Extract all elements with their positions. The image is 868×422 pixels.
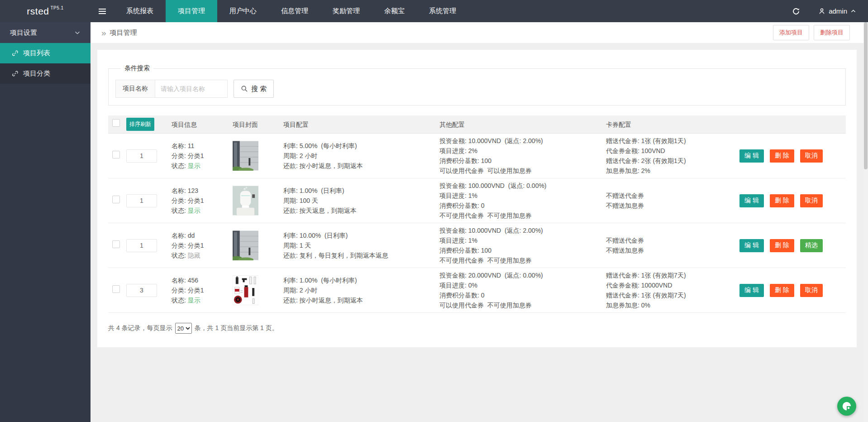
project-name: 名称: 11 (172, 141, 233, 151)
username: admin (829, 7, 847, 15)
project-category: 分类: 分类1 (172, 196, 233, 206)
menu-toggle-icon[interactable] (91, 0, 114, 22)
cancel-button[interactable]: 取消 (800, 284, 823, 297)
table-row: 名称: dd 分类: 分类1 状态: 隐藏 利率: 10.00% (108, 223, 846, 268)
project-cover-image (233, 275, 258, 305)
header-other-config: 其他配置 (439, 120, 606, 129)
project-cover-image (233, 186, 258, 216)
vertical-scrollbar (863, 22, 868, 422)
app-logo-version: TP5.1 (51, 5, 64, 10)
link-icon (12, 50, 19, 57)
main-content: » 项目管理 添加项目 删除项目 条件搜索 项目名称 搜 索 排序刷新 (91, 22, 868, 422)
top-bar: rsted TP5.1 系统报表 项目管理 用户中心 信息管理 奖励管理 余额宝… (0, 0, 868, 22)
table-header-row: 排序刷新 项目信息 项目封面 项目配置 其他配置 卡券配置 (108, 115, 846, 134)
edit-button[interactable]: 编 辑 (739, 239, 764, 252)
delete-button[interactable]: 删 除 (770, 194, 794, 207)
nav-item-system[interactable]: 系统管理 (417, 0, 468, 22)
user-menu[interactable]: admin (818, 7, 856, 15)
edit-button[interactable]: 编 辑 (739, 284, 764, 297)
status-badge: 显示 (188, 162, 200, 169)
table-row: 名称: 123 分类: 分类1 状态: 显示 (108, 178, 846, 223)
sort-input[interactable] (126, 239, 157, 252)
service-icon (841, 400, 853, 412)
sidebar-group-project-settings[interactable]: 项目设置 (0, 22, 91, 43)
project-list-panel: 条件搜索 项目名称 搜 索 排序刷新 项目信息 项目封面 项目配置 其他配置 卡… (97, 50, 857, 347)
project-category: 分类: 分类1 (172, 240, 233, 250)
search-fieldset: 条件搜索 项目名称 搜 索 (108, 64, 846, 106)
row-checkbox[interactable] (112, 285, 120, 293)
table-row: 名称: 11 分类: 分类1 状态: 显示 利率: 5.00% ( (108, 134, 846, 178)
status-badge: 隐藏 (188, 252, 200, 259)
search-button[interactable]: 搜 索 (234, 80, 274, 98)
delete-button[interactable]: 删 除 (770, 284, 794, 297)
header-project-cover: 项目封面 (233, 120, 283, 129)
app-logo[interactable]: rsted TP5.1 (0, 0, 91, 22)
page-title: 项目管理 (110, 29, 137, 37)
app-logo-text: rsted (27, 6, 49, 17)
top-nav: 系统报表 项目管理 用户中心 信息管理 奖励管理 余额宝 系统管理 (114, 0, 468, 22)
nav-item-rewards[interactable]: 奖励管理 (320, 0, 372, 22)
project-cover-image (233, 141, 258, 171)
nav-item-reports[interactable]: 系统报表 (114, 0, 166, 22)
delete-project-button[interactable]: 删除项目 (814, 25, 850, 40)
project-name: 名称: 123 (172, 186, 233, 196)
nav-item-messages[interactable]: 信息管理 (269, 0, 320, 22)
row-checkbox[interactable] (112, 240, 120, 248)
sidebar: 项目设置 项目列表 项目分类 (0, 22, 91, 422)
table-row: 名称: 456 分类: 分类1 状态: 显示 (108, 268, 846, 313)
breadcrumb: » 项目管理 (101, 29, 137, 37)
chevron-up-icon (850, 8, 856, 14)
project-category: 分类: 分类1 (172, 151, 233, 161)
row-checkbox[interactable] (112, 151, 120, 158)
pagination-detail: 条，共 1 页当前显示第 1 页。 (195, 324, 278, 332)
delete-button[interactable]: 删 除 (770, 149, 794, 163)
chevron-down-icon (74, 29, 81, 36)
sidebar-item-project-list[interactable]: 项目列表 (0, 43, 91, 63)
project-table: 排序刷新 项目信息 项目封面 项目配置 其他配置 卡券配置 名称: 11 分类:… (108, 115, 846, 313)
link-icon (12, 70, 19, 77)
edit-button[interactable]: 编 辑 (739, 149, 764, 163)
project-cover-image (233, 230, 258, 260)
row-checkbox[interactable] (112, 196, 120, 203)
edit-button[interactable]: 编 辑 (739, 194, 764, 207)
header-card-config: 卡券配置 (606, 120, 739, 129)
project-name-input[interactable] (155, 80, 228, 98)
user-icon (818, 8, 825, 15)
status-badge: 显示 (188, 297, 200, 304)
select-all-checkbox[interactable] (112, 119, 120, 127)
status-badge: 显示 (188, 207, 200, 214)
project-name: 名称: 456 (172, 275, 233, 285)
page-size-select[interactable]: 20 (175, 323, 192, 334)
nav-item-yuebao[interactable]: 余额宝 (372, 0, 417, 22)
nav-item-users[interactable]: 用户中心 (217, 0, 269, 22)
nav-item-projects[interactable]: 项目管理 (166, 0, 217, 22)
header-project-config: 项目配置 (283, 120, 439, 129)
project-name: 名称: dd (172, 230, 233, 240)
breadcrumb-chevrons-icon: » (101, 29, 106, 37)
sort-input[interactable] (126, 284, 157, 297)
pagination-summary: 共 4 条记录，每页显示 (108, 324, 172, 332)
search-icon (241, 85, 248, 92)
header-project-info: 项目信息 (172, 120, 233, 129)
project-category: 分类: 分类1 (172, 285, 233, 295)
pagination: 共 4 条记录，每页显示 20 条，共 1 页当前显示第 1 页。 (108, 323, 846, 334)
cancel-button[interactable]: 取消 (800, 194, 823, 207)
add-project-button[interactable]: 添加项目 (773, 25, 809, 40)
featured-button[interactable]: 精选 (800, 239, 823, 252)
sort-refresh-button[interactable]: 排序刷新 (126, 118, 154, 131)
sort-input[interactable] (126, 149, 157, 163)
refresh-icon[interactable] (792, 7, 800, 15)
search-legend: 条件搜索 (121, 64, 153, 72)
sort-input[interactable] (126, 194, 157, 207)
breadcrumb-bar: » 项目管理 添加项目 删除项目 (91, 22, 868, 43)
sidebar-item-project-category[interactable]: 项目分类 (0, 63, 91, 84)
cancel-button[interactable]: 取消 (800, 149, 823, 163)
project-name-label: 项目名称 (115, 80, 155, 98)
floating-service-button[interactable] (837, 397, 856, 416)
scrollbar-thumb[interactable] (864, 22, 868, 169)
delete-button[interactable]: 删 除 (770, 239, 794, 252)
